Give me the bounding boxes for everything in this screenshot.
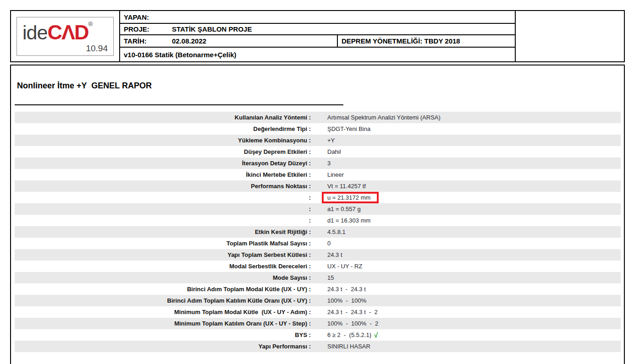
row-label: Performans Noktası :	[15, 183, 311, 190]
report-body: Nonlineer İtme +Y GENEL RAPOR Kullanılan…	[10, 65, 625, 364]
row-value-wrap: Dahil	[327, 148, 341, 155]
table-row: Birinci Adım Toplam Modal Kütle (UX - UY…	[15, 283, 621, 295]
row-value: Lineer	[327, 171, 344, 178]
row-value-wrap: 3	[327, 160, 331, 167]
table-row: Mode Sayısı : 15	[15, 272, 621, 283]
row-value: 24.3 t - 24.3 t - 2	[327, 309, 378, 315]
table-row: Değerlendirme Tipi : ŞDGT-Yeni Bina	[15, 123, 621, 135]
row-value-wrap: u = 21.3172 mm	[327, 192, 379, 203]
proje-value: STATİK ŞABLON PROJE	[172, 25, 252, 33]
row-value: 100% - 100% - 2	[327, 320, 378, 327]
logo-brand: CΛD	[47, 21, 88, 44]
header-empty-cell	[516, 11, 624, 61]
row-value-wrap: 100% - 100% - 2	[327, 320, 378, 327]
row-value-wrap: a1 = 0.557 g	[327, 206, 361, 212]
row-value: a1 = 0.557 g	[327, 206, 361, 212]
row-value: 100% - 100%	[327, 297, 366, 304]
table-row: Yükleme Kombinasyonu : +Y	[15, 135, 621, 146]
logo-cell: ideCΛD® 10.94	[11, 11, 120, 61]
row-value: 0	[327, 240, 331, 247]
header-info-cell: YAPAN: PROJE: STATİK ŞABLON PROJE TARİH:…	[120, 11, 516, 61]
row-value-wrap: 4.5.8.1	[327, 228, 346, 235]
row-value: 24.3 t	[327, 251, 342, 258]
yapan-label: YAPAN:	[124, 13, 172, 21]
table-row: Performans Noktası : Vt = 11.4257 tf	[15, 180, 621, 192]
header-row-yapan: YAPAN:	[120, 11, 515, 24]
row-value-wrap: Lineer	[327, 171, 344, 178]
proje-label: PROJE:	[124, 25, 172, 33]
row-value: 3	[327, 160, 331, 167]
row-label: Yapı Toplam Serbest Kütlesi :	[15, 251, 311, 258]
checkmark-icon: √	[374, 331, 378, 339]
software-version-line: v10-0166 Statik (Betonarme+Çelik)	[124, 51, 237, 59]
row-label: Değerlendirme Tipi :	[15, 125, 311, 132]
report-header-table: ideCΛD® 10.94 YAPAN: PROJE: STATİK ŞABLO…	[10, 10, 625, 62]
table-row: Modal Serbestlik Dereceleri : UX - UY - …	[15, 261, 621, 272]
logo-prefix: ide	[22, 22, 47, 43]
row-value: SINIRLI HASAR	[327, 343, 370, 350]
row-value: Artımsal Spektrum Analizi Yöntemi (ARSA)	[327, 114, 441, 121]
row-value-wrap: d1 = 16.303 mm	[327, 217, 370, 224]
row-value: 4.5.8.1	[327, 228, 346, 235]
row-value-wrap: 24.3 t	[327, 251, 342, 258]
table-row: Minimum Toplam Modal Kütle (UX - UY - Ad…	[15, 306, 621, 318]
row-value: Vt = 11.4257 tf	[327, 183, 366, 190]
tarih-value: 02.08.2022	[172, 37, 206, 45]
deprem-cell: DEPREM YÖNETMELİĞİ: TBDY 2018	[338, 35, 515, 47]
table-row: İterasyon Detay Düzeyi : 3	[15, 158, 621, 169]
row-label: Yapı Performansı :	[15, 343, 311, 350]
row-label: Kullanılan Analiz Yöntemi :	[15, 114, 311, 121]
row-value-wrap: 24.3 t - 24.3 t - 2	[327, 309, 378, 315]
row-value-wrap: SINIRLI HASAR	[327, 343, 370, 350]
table-row: : u = 21.3172 mm	[15, 192, 621, 203]
table-row: Düşey Deprem Etkileri : Dahil	[15, 146, 621, 158]
table-row: İkinci Mertebe Etkileri : Lineer	[15, 169, 621, 180]
row-value: u = 21.3172 mm	[322, 192, 379, 203]
row-label: Minimum Toplam Modal Kütle (UX - UY - Ad…	[15, 309, 311, 315]
row-value: 6 ≥ 2 - (5.5.2.1)	[327, 331, 371, 338]
row-label: İkinci Mertebe Etkileri :	[15, 171, 311, 178]
row-label: Modal Serbestlik Dereceleri :	[15, 263, 311, 270]
table-row: Toplam Plastik Mafsal Sayısı : 0	[15, 238, 621, 249]
row-value-wrap: 6 ≥ 2 - (5.5.2.1) √	[327, 331, 378, 339]
tarih-cell: TARİH: 02.08.2022	[120, 35, 338, 47]
tarih-label: TARİH:	[124, 37, 172, 45]
report-table: Kullanılan Analiz Yöntemi : Artımsal Spe…	[15, 112, 621, 352]
table-row: : a1 = 0.557 g	[15, 203, 621, 215]
row-label: Birinci Adım Toplam Katılım Kütle Oranı …	[15, 297, 311, 304]
row-value-wrap: 0	[327, 240, 331, 247]
row-value: UX - UY - RZ	[327, 263, 362, 270]
row-label: BYS :	[15, 331, 311, 338]
row-value: +Y	[327, 137, 335, 144]
row-label: :	[15, 217, 311, 224]
idecad-logo: ideCΛD® 10.94	[17, 17, 114, 56]
page-title: Nonlineer İtme +Y GENEL RAPOR	[17, 81, 152, 91]
row-value: d1 = 16.303 mm	[327, 217, 370, 224]
row-value-wrap: 15	[327, 274, 334, 281]
header-row-version: v10-0166 Statik (Betonarme+Çelik)	[120, 48, 515, 61]
deprem-yonetmeligi-value: DEPREM YÖNETMELİĞİ: TBDY 2018	[342, 37, 460, 45]
header-row-tarih: TARİH: 02.08.2022 DEPREM YÖNETMELİĞİ: TB…	[120, 35, 515, 48]
row-value: 24.3 t - 24.3 t	[327, 286, 366, 293]
table-row: Yapı Toplam Serbest Kütlesi : 24.3 t	[15, 249, 621, 261]
row-label: Birinci Adım Toplam Modal Kütle (UX - UY…	[15, 286, 311, 293]
table-row: BYS : 6 ≥ 2 - (5.5.2.1) √	[15, 329, 621, 341]
row-label: Mode Sayısı :	[15, 274, 311, 281]
row-value-wrap: UX - UY - RZ	[327, 263, 362, 270]
row-label: Toplam Plastik Mafsal Sayısı :	[15, 240, 311, 247]
row-label: :	[15, 194, 311, 201]
row-value-wrap: 100% - 100%	[327, 297, 366, 304]
row-value-wrap: 24.3 t - 24.3 t	[327, 286, 366, 293]
table-row: Birinci Adım Toplam Katılım Kütle Oranı …	[15, 295, 621, 306]
table-row: Minimum Toplam Katılım Oranı (UX - UY - …	[15, 318, 621, 329]
row-value-wrap: Vt = 11.4257 tf	[327, 183, 366, 190]
title-underline	[15, 104, 343, 105]
table-row: Etkin Kesit Rijitliği : 4.5.8.1	[15, 226, 621, 238]
row-value-wrap: +Y	[327, 137, 335, 144]
table-row: : d1 = 16.303 mm	[15, 215, 621, 226]
row-label: Düşey Deprem Etkileri :	[15, 148, 311, 155]
row-label: :	[15, 206, 311, 212]
row-label: Yükleme Kombinasyonu :	[15, 137, 311, 144]
row-value: 15	[327, 274, 334, 281]
row-label: İterasyon Detay Düzeyi :	[15, 160, 311, 167]
